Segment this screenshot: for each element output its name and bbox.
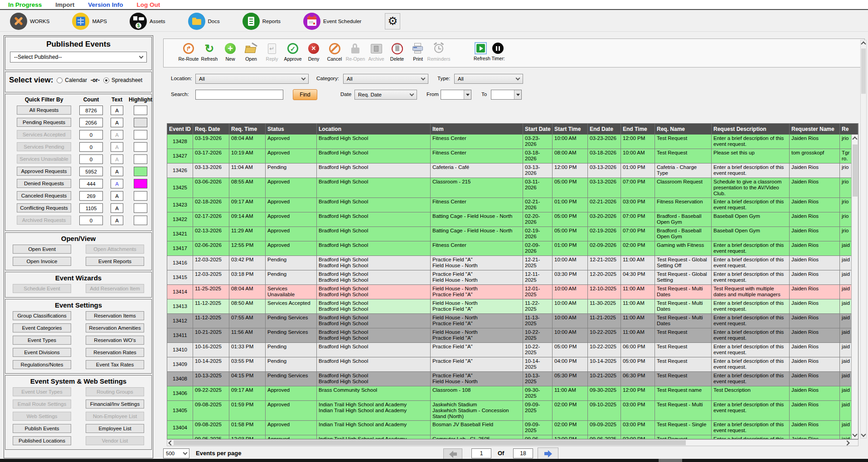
reroute-button[interactable]: ↱Re-Route: [178, 42, 199, 62]
deny-button[interactable]: ×Deny: [303, 42, 324, 62]
approve-button[interactable]: ✓Approve: [282, 42, 303, 62]
find-button[interactable]: Find: [293, 89, 317, 100]
category-select[interactable]: All: [343, 74, 428, 84]
table-row[interactable]: 1340309-05-202512:03 PMApprovedIndian Tr…: [167, 435, 852, 439]
sidebar-button-event-tax-rates[interactable]: Event Tax Rates: [86, 360, 144, 369]
previous-page-button[interactable]: [443, 448, 462, 460]
text-color-box[interactable]: A: [111, 167, 123, 176]
radio-spreadsheet[interactable]: Spreadsheet: [103, 77, 142, 83]
location-select[interactable]: All: [195, 74, 309, 84]
cancel-button[interactable]: Cancel: [324, 42, 345, 62]
column-header-start-date[interactable]: Start Date: [523, 124, 553, 135]
table-vertical-scrollbar[interactable]: [851, 135, 858, 439]
open-button[interactable]: Open: [241, 42, 262, 62]
sidebar-button-reservation-rates[interactable]: Reservation Rates: [86, 348, 144, 357]
table-row[interactable]: 1340409-08-202501:58 PMApprovedIndian Tr…: [167, 421, 852, 435]
module-works[interactable]: WORKS: [10, 13, 49, 30]
column-header-end-time[interactable]: End Time: [621, 124, 655, 135]
table-row[interactable]: 1342202-17-202609:14 AMApprovedBradford …: [167, 212, 852, 227]
column-header-req-name[interactable]: Req. Name: [655, 124, 712, 135]
highlight-color-box[interactable]: [134, 179, 147, 188]
module-event-scheduler[interactable]: Event Scheduler: [303, 13, 361, 30]
scroll-up-icon[interactable]: [852, 136, 857, 141]
scrollbar-thumb[interactable]: [174, 440, 686, 445]
highlight-color-box[interactable]: [134, 118, 147, 127]
table-row[interactable]: 1340609-22-202509:17 AMApprovedBrass Com…: [167, 386, 852, 401]
highlight-color-box[interactable]: [134, 191, 147, 201]
text-color-box[interactable]: A: [111, 118, 123, 127]
column-header-item[interactable]: Item: [431, 124, 523, 135]
table-horizontal-scrollbar[interactable]: [167, 439, 858, 446]
table-row[interactable]: 1341612-03-202503:42 PMPendingBradford H…: [167, 256, 852, 270]
column-header-req-time[interactable]: Req. Time: [229, 124, 266, 135]
column-header-location[interactable]: Location: [317, 124, 431, 135]
menu-item-in-progress[interactable]: In Progress: [8, 1, 42, 8]
table-row[interactable]: 1342803-19-202608:04 AMApprovedBradford …: [167, 135, 852, 149]
highlight-color-box[interactable]: [134, 130, 147, 140]
filter-button-approved-requests[interactable]: Approved Requests: [17, 167, 71, 176]
menu-item-version-info[interactable]: Version Info: [88, 1, 123, 8]
table-row[interactable]: 1342603-13-202611:04 AMPendingBradford H…: [167, 164, 852, 178]
table-row[interactable]: 1341010-16-202501:33 PMPendingBradford H…: [167, 343, 852, 357]
table-row[interactable]: 1341311-12-202508:50 AMServices Accepted…: [167, 299, 852, 314]
sidebar-button-open-event[interactable]: Open Event: [13, 245, 71, 254]
type-select[interactable]: All: [454, 74, 523, 84]
filter-button-denied-requests[interactable]: Denied Requests: [17, 179, 71, 188]
filter-button-canceled-requests[interactable]: Canceled Requests: [17, 191, 71, 200]
sidebar-button-reservation-items[interactable]: Reservation Items: [86, 311, 144, 320]
column-header-requester-name[interactable]: Requester Name: [790, 124, 840, 135]
text-color-box[interactable]: A: [111, 130, 123, 140]
table-row[interactable]: 1342102-13-202611:29 AMApprovedBradford …: [167, 227, 852, 241]
module-maps[interactable]: MAPS: [72, 13, 107, 30]
module-assets[interactable]: $Assets: [130, 13, 165, 30]
table-row[interactable]: 1340910-14-202503:55 PMPendingBradford H…: [167, 357, 852, 372]
module-reports[interactable]: Reports: [242, 13, 281, 30]
menu-item-log-out[interactable]: Log Out: [137, 1, 160, 8]
scroll-right-icon[interactable]: [844, 440, 849, 445]
scroll-up-icon[interactable]: [861, 41, 866, 46]
filter-button-pending-requests[interactable]: Pending Requests: [17, 118, 71, 127]
table-row[interactable]: 1340810-13-202504:15 PMPending ServicesB…: [167, 372, 852, 386]
highlight-color-box[interactable]: [134, 142, 147, 152]
text-color-box[interactable]: A: [111, 216, 123, 225]
table-row[interactable]: 1340509-08-202501:59 PMApprovedIndian Tr…: [167, 401, 852, 421]
column-header-request-description[interactable]: Request Description: [712, 124, 790, 135]
highlight-color-box[interactable]: [134, 216, 147, 225]
sidebar-button-event-categories[interactable]: Event Categories: [13, 323, 71, 332]
refresh-timer-play-button[interactable]: [475, 42, 487, 54]
search-input[interactable]: [195, 90, 283, 100]
table-row[interactable]: 1341211-12-202507:55 AMPending ServicesB…: [167, 314, 852, 328]
to-date-combo[interactable]: [491, 90, 522, 100]
column-header-re[interactable]: Re: [840, 124, 858, 135]
refresh-button[interactable]: ↻Refresh: [199, 42, 220, 62]
text-color-box[interactable]: A: [111, 203, 123, 213]
scroll-left-icon[interactable]: [168, 440, 173, 445]
filter-button-conflicting-requests[interactable]: Conflicting Requests: [17, 203, 71, 212]
highlight-color-box[interactable]: [134, 106, 147, 115]
text-color-box[interactable]: A: [111, 142, 123, 152]
refresh-timer-pause-button[interactable]: [492, 43, 504, 54]
column-header-req-date[interactable]: Req. Date: [193, 124, 229, 135]
text-color-box[interactable]: A: [111, 179, 123, 188]
published-events-select[interactable]: --Select Published--: [10, 52, 147, 63]
sidebar-button-published-locations[interactable]: Published Locations: [13, 436, 71, 445]
page-number-input[interactable]: 1: [471, 448, 491, 458]
sidebar-button-open-invoice[interactable]: Open Invoice: [13, 257, 71, 266]
date-field-select[interactable]: Req. Date: [354, 90, 417, 100]
next-page-button[interactable]: [538, 448, 558, 460]
sidebar-button-publish-events[interactable]: Publish Events: [13, 424, 71, 433]
filter-button-all-requests[interactable]: All Requests: [17, 106, 71, 115]
sidebar-button-financial-inv-settings[interactable]: Financial/Inv Settings: [86, 399, 144, 409]
highlight-color-box[interactable]: [134, 203, 147, 213]
dropdown-button[interactable]: [514, 90, 521, 99]
column-header-start-time[interactable]: Start Time: [553, 124, 588, 135]
scrollbar-thumb[interactable]: [853, 144, 858, 197]
table-row[interactable]: 1341110-21-202511:56 AMPending ServicesB…: [167, 328, 852, 343]
text-color-box[interactable]: A: [111, 154, 123, 164]
new-button[interactable]: +New: [220, 42, 241, 62]
delete-button[interactable]: Delete: [387, 42, 407, 62]
highlight-color-box[interactable]: [134, 154, 147, 164]
table-row[interactable]: 1342503-06-202608:55 AMApprovedBradford …: [167, 178, 852, 198]
menu-item-import[interactable]: Import: [55, 1, 74, 8]
sidebar-button-event-divisions[interactable]: Event Divisions: [13, 348, 71, 357]
